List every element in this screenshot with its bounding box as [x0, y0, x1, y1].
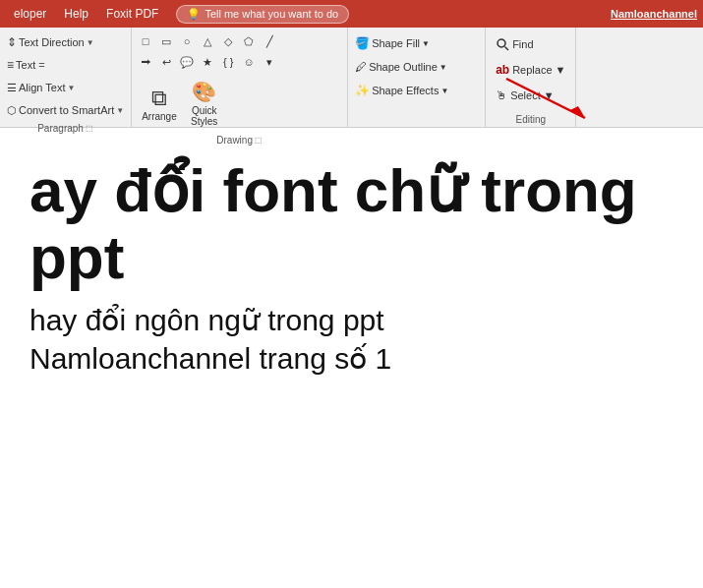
convert-smartart-label: Convert to SmartArt [19, 104, 114, 116]
shape-outline-row: 🖊 Shape Outline ▼ [352, 55, 481, 79]
text-direction-button[interactable]: ⇕ Text Direction ▼ [4, 34, 97, 50]
shape-btn-circle[interactable]: ○ [177, 31, 197, 51]
menu-item-developer[interactable]: eloper [6, 5, 54, 23]
shape-fill-button[interactable]: 🪣 Shape Fill ▼ [352, 35, 433, 51]
doc-title-line2: ppt [29, 223, 124, 291]
shape-effects-label: Shape Effects [372, 85, 439, 96]
document-content: ay đổi font chữ trong ppt hay đổi ngôn n… [0, 128, 703, 588]
red-arrow-annotation [497, 69, 615, 132]
brand-label: Namloanchannel [611, 8, 697, 20]
shape-options-group: 🪣 Shape Fill ▼ 🖊 Shape Outline ▼ ✨ [348, 28, 486, 127]
shape-fill-icon: 🪣 [355, 36, 370, 50]
shape-btn-pentagon[interactable]: ⬠ [239, 31, 259, 51]
text-equal-row: ≡ Text = [4, 54, 127, 76]
shape-btn-right-angle[interactable]: △ [198, 31, 217, 51]
shape-btn-arrow[interactable]: ⮕ [136, 52, 155, 72]
menu-bar: eloper Help Foxit PDF 💡 Tell me what you… [0, 0, 703, 28]
menu-item-help[interactable]: Help [56, 5, 96, 23]
align-text-icon: ☰ [7, 82, 17, 94]
shape-opt-rows: 🪣 Shape Fill ▼ 🖊 Shape Outline ▼ ✨ [352, 31, 481, 125]
text-direction-icon: ⇕ [7, 35, 17, 49]
text-direction-row: ⇕ Text Direction ▼ [4, 31, 127, 53]
top-right-area: Namloanchannel [611, 8, 697, 20]
svg-point-0 [498, 39, 505, 47]
shape-fill-row: 🪣 Shape Fill ▼ [352, 31, 481, 55]
paragraph-group: ⇕ Text Direction ▼ ≡ Text = ☰ Align Text [0, 28, 132, 127]
shape-btn-round-rect[interactable]: ▭ [156, 31, 176, 51]
convert-smartart-row: ⬡ Convert to SmartArt ▼ [4, 99, 127, 121]
shape-btn-bend-arrow[interactable]: ↩ [156, 52, 176, 72]
shape-btn-line[interactable]: ╱ [260, 31, 279, 51]
doc-title-line1: ay đổi font chữ trong [29, 156, 637, 224]
drawing-group-label: Drawing ⬚ [216, 133, 263, 146]
shape-btn-star[interactable]: ★ [198, 52, 217, 72]
find-button[interactable]: Find [492, 35, 569, 53]
align-text-button[interactable]: ☰ Align Text ▼ [4, 81, 78, 95]
arrange-icon: ⧉ [151, 86, 167, 111]
shape-btn-more[interactable]: ▾ [260, 52, 279, 72]
text-direction-label: Text Direction [19, 36, 85, 48]
shape-effects-arrow: ▼ [440, 87, 448, 95]
doc-subtitle: hay đổi ngôn ngữ trong ppt [29, 301, 683, 339]
convert-smartart-arrow: ▼ [116, 106, 124, 115]
doc-title: ay đổi font chữ trong ppt [29, 157, 683, 291]
smartart-icon: ⬡ [7, 104, 17, 117]
shape-effects-icon: ✨ [355, 84, 370, 97]
shape-outline-button[interactable]: 🖊 Shape Outline ▼ [352, 59, 450, 75]
shape-outline-icon: 🖊 [355, 60, 367, 74]
arrange-label: Arrange [142, 111, 177, 122]
text-equal-label: Text = [16, 59, 45, 71]
quick-styles-label: QuickStyles [191, 105, 217, 127]
quick-styles-icon: 🎨 [192, 80, 216, 103]
text-equal-icon: ≡ [7, 58, 14, 72]
paragraph-group-label: Paragraph ⬚ [37, 121, 93, 134]
paragraph-expand-icon[interactable]: ⬚ [86, 124, 93, 133]
align-text-label: Align Text [19, 82, 66, 93]
shape-btn-rect[interactable]: □ [136, 31, 155, 51]
text-equal-button[interactable]: ≡ Text = [4, 57, 48, 73]
quick-styles-button[interactable]: 🎨 QuickStyles [187, 74, 222, 133]
find-label: Find [512, 38, 533, 50]
shape-btn-smile[interactable]: ☺ [239, 52, 259, 72]
shape-btn-diamond[interactable]: ◇ [218, 31, 238, 51]
para-rows: ⇕ Text Direction ▼ ≡ Text = ☰ Align Text [4, 31, 127, 121]
find-row: Find [492, 31, 569, 57]
tell-me-box[interactable]: 💡 Tell me what you want to do [176, 5, 349, 24]
align-text-arrow: ▼ [68, 84, 76, 92]
shape-btn-callout[interactable]: 💬 [177, 52, 197, 72]
shape-btn-bracket[interactable]: { } [218, 52, 238, 72]
ribbon-bar: eloper Help Foxit PDF 💡 Tell me what you… [0, 0, 703, 128]
align-text-row: ☰ Align Text ▼ [4, 77, 127, 98]
shape-fill-arrow: ▼ [422, 39, 430, 48]
shape-effects-row: ✨ Shape Effects ▼ [352, 79, 481, 102]
shape-fill-label: Shape Fill [372, 37, 420, 49]
tell-me-label: Tell me what you want to do [205, 8, 338, 20]
shape-outline-arrow: ▼ [439, 63, 447, 72]
drawing-expand-icon[interactable]: ⬚ [255, 136, 263, 145]
arrange-button[interactable]: ⧉ Arrange [136, 74, 183, 133]
search-icon [496, 37, 509, 51]
svg-line-2 [506, 79, 585, 118]
shape-outline-label: Shape Outline [369, 61, 438, 73]
shape-effects-button[interactable]: ✨ Shape Effects ▼ [352, 83, 451, 98]
lightbulb-icon: 💡 [187, 8, 201, 21]
svg-line-1 [505, 47, 509, 51]
menu-item-foxit[interactable]: Foxit PDF [98, 5, 166, 23]
doc-line2: Namloanchannel trang số 1 [29, 339, 683, 378]
drawing-group: □ ▭ ○ △ ◇ ⬠ ╱ ⮕ ↩ 💬 ★ { } ☺ ▾ [132, 28, 348, 127]
text-direction-arrow: ▼ [87, 38, 94, 47]
convert-smartart-button[interactable]: ⬡ Convert to SmartArt ▼ [4, 103, 127, 118]
